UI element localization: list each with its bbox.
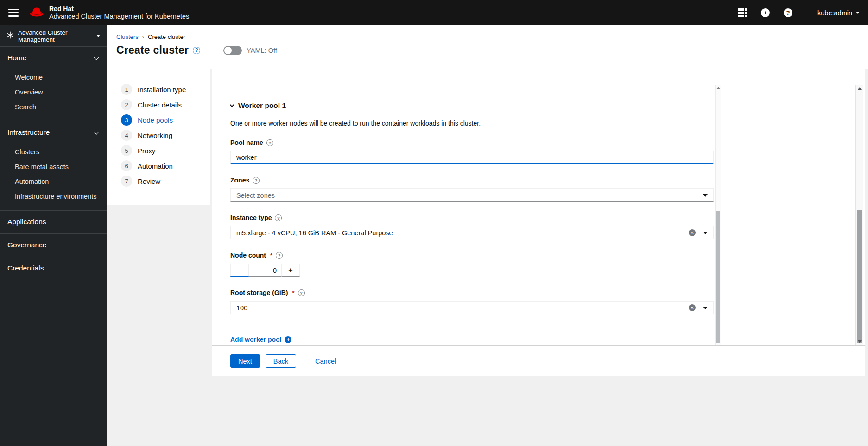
chevron-down-icon [703, 307, 708, 309]
root-storage-value: 100 [236, 304, 689, 312]
wizard-step-review[interactable]: 7 Review [121, 176, 210, 187]
sidebar-group-label: Infrastructure [7, 128, 50, 137]
root-storage-select[interactable]: 100 ✕ [230, 301, 714, 314]
scrollbar-thumb[interactable] [857, 210, 862, 343]
sidebar-item-credentials[interactable]: Credentials [0, 257, 107, 280]
step-number: 1 [121, 84, 132, 95]
step-number: 6 [121, 160, 132, 171]
wizard-step-networking[interactable]: 4 Networking [121, 130, 210, 141]
node-count-input[interactable] [249, 264, 281, 277]
sidebar-item-bare-metal-assets[interactable]: Bare metal assets [0, 159, 107, 174]
chevron-down-icon [94, 55, 99, 60]
sidebar-item-overview[interactable]: Overview [0, 85, 107, 100]
brand-text: Red Hat Advanced Cluster Management for … [49, 5, 189, 20]
wizard-step-installation-type[interactable]: 1 Installation type [121, 84, 210, 95]
wizard-step-automation[interactable]: 6 Automation [121, 160, 210, 171]
back-button[interactable]: Back [266, 354, 296, 368]
step-label: Networking [138, 132, 172, 139]
wizard-step-cluster-details[interactable]: 2 Cluster details [121, 99, 210, 110]
scroll-down-arrow-icon[interactable] [858, 340, 862, 343]
wizard-content-area: 1 Installation type 2 Cluster details 3 … [107, 69, 868, 446]
instance-type-select[interactable]: m5.xlarge - 4 vCPU, 16 GiB RAM - General… [230, 226, 714, 239]
breadcrumb: Clusters › Create cluster [116, 33, 868, 40]
node-pools-form-panel: Worker pool 1 One or more worker nodes w… [212, 69, 865, 345]
breadcrumb-separator-icon: › [142, 33, 144, 40]
masthead-utilities: + ? kube:admin [738, 8, 860, 17]
zones-help-icon[interactable]: ? [253, 177, 260, 184]
help-question-circle-icon[interactable]: ? [784, 8, 792, 17]
cancel-button[interactable]: Cancel [308, 354, 343, 368]
step-label: Node pools [138, 116, 173, 124]
sidebar-group-home[interactable]: Home [0, 47, 107, 67]
worker-pool-section-header[interactable]: Worker pool 1 [230, 101, 722, 110]
pool-name-help-icon[interactable]: ? [266, 139, 273, 146]
root-storage-help-icon[interactable]: ? [298, 289, 305, 296]
sidebar-group-infrastructure[interactable]: Infrastructure [0, 121, 107, 142]
zones-select[interactable]: Select zones [230, 188, 714, 202]
page-header: Clusters › Create cluster Create cluster… [107, 25, 868, 69]
decrement-button[interactable]: − [230, 264, 249, 277]
next-button[interactable]: Next [230, 354, 260, 368]
pool-name-label: Pool name [230, 139, 263, 146]
sidebar-item-infrastructure-environments[interactable]: Infrastructure environments [0, 189, 107, 204]
step-number: 3 [121, 114, 132, 126]
redhat-fedora-logo-icon [29, 6, 44, 19]
add-worker-pool-link[interactable]: Add worker pool + [230, 336, 722, 343]
nav-toggle-hamburger-icon[interactable] [5, 4, 22, 22]
instance-type-label: Instance type [230, 214, 272, 221]
chevron-down-icon [703, 194, 708, 197]
title-help-icon[interactable]: ? [193, 47, 200, 54]
required-asterisk: * [292, 289, 294, 296]
wizard-step-node-pools[interactable]: 3 Node pools [121, 114, 210, 126]
user-menu[interactable]: kube:admin [817, 9, 860, 17]
pool-name-input[interactable] [230, 151, 714, 164]
step-label: Review [138, 177, 160, 185]
sidebar-item-search[interactable]: Search [0, 100, 107, 114]
sidebar-item-clusters[interactable]: Clusters [0, 144, 107, 159]
brand: Red Hat Advanced Cluster Management for … [29, 5, 189, 20]
yaml-toggle[interactable] [223, 46, 242, 55]
worker-pool-title: Worker pool 1 [238, 101, 286, 110]
root-storage-label: Root storage (GiB) [230, 289, 288, 296]
breadcrumb-clusters-link[interactable]: Clusters [116, 33, 139, 40]
wizard-step-proxy[interactable]: 5 Proxy [121, 145, 210, 156]
masthead: Red Hat Advanced Cluster Management for … [0, 0, 868, 25]
brand-line1: Red Hat [49, 5, 189, 13]
node-count-stepper: − + [230, 264, 300, 277]
form-scrollbar[interactable] [715, 85, 721, 345]
step-number: 4 [121, 130, 132, 141]
toggle-knob [224, 47, 232, 54]
acm-asterisk-icon [6, 31, 14, 41]
sidebar-item-welcome[interactable]: Welcome [0, 70, 107, 85]
page-scrollbar[interactable] [855, 85, 863, 345]
sidebar-item-governance[interactable]: Governance [0, 234, 107, 257]
increment-button[interactable]: + [281, 264, 300, 277]
required-asterisk: * [270, 252, 272, 259]
node-count-label: Node count [230, 251, 266, 259]
clear-selection-icon[interactable]: ✕ [689, 304, 696, 311]
step-label: Cluster details [138, 101, 182, 109]
brand-line2: Advanced Cluster Management for Kubernet… [49, 13, 189, 20]
node-count-help-icon[interactable]: ? [276, 252, 283, 259]
clear-selection-icon[interactable]: ✕ [689, 229, 696, 236]
perspective-label: Advanced Cluster Management [18, 29, 92, 43]
app-launcher-icon[interactable] [738, 8, 747, 17]
plus-circle-icon: + [285, 336, 291, 343]
add-worker-pool-label: Add worker pool [230, 336, 281, 343]
add-plus-circle-icon[interactable]: + [761, 8, 770, 17]
step-label: Proxy [138, 147, 155, 155]
chevron-down-icon [703, 232, 708, 234]
divider [0, 280, 107, 280]
collapse-chevron-icon [230, 102, 234, 107]
wizard-footer: Next Back Cancel [212, 345, 865, 376]
perspective-switcher[interactable]: Advanced Cluster Management [0, 25, 107, 47]
scroll-up-arrow-icon[interactable] [716, 87, 720, 89]
scroll-up-arrow-icon[interactable] [858, 87, 862, 90]
wizard-steps-nav: 1 Installation type 2 Cluster details 3 … [107, 69, 210, 205]
worker-pool-description: One or more worker nodes will be created… [230, 119, 722, 127]
instance-type-help-icon[interactable]: ? [275, 214, 282, 221]
sidebar-item-automation[interactable]: Automation [0, 174, 107, 189]
scrollbar-thumb[interactable] [716, 211, 720, 343]
breadcrumb-current: Create cluster [148, 33, 185, 40]
sidebar-item-applications[interactable]: Applications [0, 211, 107, 233]
